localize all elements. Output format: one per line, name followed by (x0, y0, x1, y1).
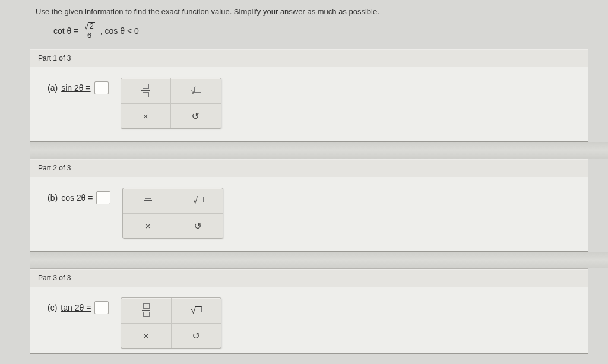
sqrt-button[interactable]: √ (170, 78, 221, 103)
part-2-prompt: (b) cos 2θ = (48, 188, 110, 204)
part-1-body: (a) sin 2θ = √ × ↻ (30, 67, 588, 142)
given-equation: cot θ = √2 6 , cos θ < 0 (53, 22, 608, 40)
sqrt-button[interactable]: √ (173, 188, 223, 213)
close-button[interactable]: × (121, 104, 171, 128)
symbol-palette: √ × ↻ (121, 78, 221, 129)
undo-button[interactable]: ↻ (170, 104, 221, 128)
fraction-button[interactable] (121, 78, 171, 103)
undo-icon: ↻ (192, 110, 200, 122)
answer-input[interactable] (94, 301, 109, 314)
part-3-prompt: (c) tan 2θ = (48, 297, 109, 314)
part-3-body: (c) tan 2θ = √ × ↻ (30, 287, 588, 354)
undo-icon: ↻ (194, 220, 202, 232)
part-2-header: Part 2 of 3 (30, 159, 588, 177)
given-lhs: cot θ = (53, 26, 78, 36)
given-condition: , cos θ < 0 (100, 26, 139, 36)
answer-input[interactable] (96, 191, 110, 204)
part-1-prompt: (a) sin 2θ = (48, 78, 109, 94)
fraction-button[interactable] (121, 298, 171, 323)
part-1-header: Part 1 of 3 (30, 49, 588, 67)
close-button[interactable]: × (121, 324, 171, 348)
symbol-palette: √ × ↻ (121, 297, 221, 349)
part-3-header: Part 3 of 3 (30, 268, 588, 287)
fraction-button[interactable] (123, 188, 173, 213)
part-2-body: (b) cos 2θ = √ × ↻ (30, 177, 588, 252)
symbol-palette: √ × ↻ (122, 188, 223, 239)
undo-button[interactable]: ↻ (171, 324, 221, 348)
divider (30, 252, 608, 268)
instruction-text: Use the given information to find the ex… (36, 7, 608, 16)
close-button[interactable]: × (123, 214, 173, 238)
sqrt-button[interactable]: √ (171, 298, 221, 323)
given-fraction: √2 6 (82, 22, 96, 40)
undo-button[interactable]: ↻ (173, 214, 223, 238)
answer-input[interactable] (94, 81, 109, 94)
divider (30, 142, 608, 159)
undo-icon: ↻ (192, 330, 200, 341)
